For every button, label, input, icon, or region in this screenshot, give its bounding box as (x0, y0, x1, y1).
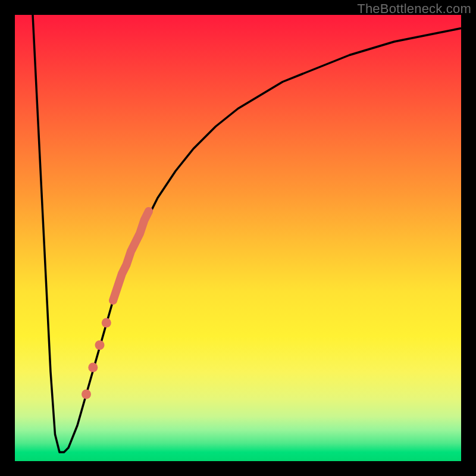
highlight-segment (113, 211, 149, 300)
highlight-dot (88, 363, 98, 372)
chart-frame: TheBottleneck.com (0, 0, 476, 476)
highlight-dot (102, 318, 111, 328)
bottleneck-curve (33, 15, 461, 452)
plot-area (15, 15, 461, 461)
chart-svg (15, 15, 461, 461)
highlight-dot (95, 340, 105, 350)
highlight-dot (82, 390, 91, 399)
